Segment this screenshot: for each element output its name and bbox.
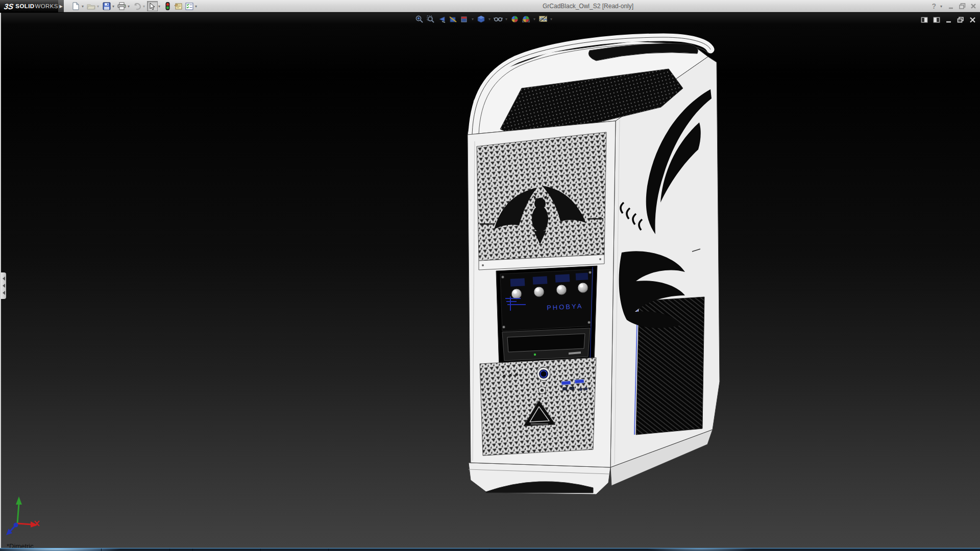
options-dropdown-caret[interactable]: ▾ [194, 4, 199, 9]
apply-scene-button[interactable] [521, 14, 531, 23]
traffic-light-icon [165, 2, 170, 10]
document-title: GrCadBlack_Owl_S2 [Read-only] [543, 3, 633, 10]
doc-minimize-icon[interactable] [945, 17, 952, 23]
undo-icon [133, 3, 141, 10]
doc-restore-icon[interactable] [957, 17, 964, 23]
rebuild-button[interactable] [162, 1, 173, 11]
collapse-arrow-icon [3, 291, 5, 295]
optical-drive [502, 328, 590, 361]
appearance-sphere-icon [510, 15, 519, 23]
model-3d-view[interactable]: PHOBYA [0, 13, 980, 551]
taskbar-separator [260, 548, 261, 551]
print-button[interactable] [116, 1, 127, 11]
edit-annotation-button[interactable] [173, 1, 184, 11]
checklist-icon [185, 3, 193, 10]
logo-works-text: WORKS [35, 3, 58, 9]
menu-flyout-arrow-icon[interactable]: ▶ [58, 0, 64, 12]
zoom-to-fit-icon [415, 15, 424, 23]
split-pane-left-icon[interactable] [921, 17, 928, 23]
new-document-button[interactable] [70, 1, 81, 11]
save-dropdown-caret[interactable]: ▾ [112, 4, 116, 9]
feature-panel-collapse-handle[interactable] [1, 272, 6, 299]
open-button[interactable] [86, 1, 96, 11]
previous-view-icon [437, 15, 446, 23]
select-cursor-icon [149, 3, 156, 10]
split-pane-right-icon[interactable] [933, 17, 940, 23]
undo-dropdown-caret[interactable]: ▾ [142, 4, 147, 9]
zoom-to-fit-button[interactable] [414, 14, 424, 23]
graphics-viewport[interactable]: PHOBYA [0, 13, 980, 551]
taskbar-separator [192, 548, 193, 551]
help-dropdown-caret[interactable]: ▾ [940, 4, 944, 9]
view-orientation-icon [460, 15, 469, 23]
display-style-icon [477, 15, 485, 23]
zoom-to-area-icon [426, 15, 435, 23]
previous-view-button[interactable] [437, 14, 447, 23]
view-orientation-caret[interactable]: ▾ [471, 17, 475, 21]
options-button[interactable] [184, 1, 194, 11]
help-button[interactable]: ? [932, 2, 936, 10]
print-dropdown-caret[interactable]: ▾ [127, 4, 132, 9]
open-icon [87, 3, 95, 10]
scene-sphere-icon [522, 15, 530, 23]
glasses-icon [494, 15, 503, 23]
ds-logo-icon: 3S [4, 2, 14, 11]
open-dropdown-caret[interactable]: ▾ [96, 4, 101, 9]
save-button[interactable] [101, 1, 112, 11]
section-view-button[interactable] [448, 14, 458, 23]
hide-show-items-button[interactable] [493, 14, 503, 23]
new-dropdown-caret[interactable]: ▾ [81, 4, 86, 9]
view-settings-icon [538, 15, 548, 23]
standard-toolbar: ▾ ▾ ▾ ▾ ▾ ▾ ▾ [70, 1, 199, 11]
save-icon [103, 2, 111, 10]
taskbar-separator [328, 548, 329, 551]
restore-button[interactable] [959, 3, 966, 10]
pc-case-model: PHOBYA [468, 37, 720, 494]
section-view-icon [449, 15, 457, 23]
print-icon [117, 2, 126, 10]
restore-icon [959, 3, 966, 10]
solidworks-logo[interactable]: 3S SOLIDWORKS [0, 0, 58, 12]
taskbar-separator [169, 548, 170, 551]
solidworks-window: 3S SOLIDWORKS ▶ ▾ ▾ ▾ ▾ ▾ ▾ [0, 0, 980, 551]
view-settings-caret[interactable]: ▾ [549, 17, 553, 21]
titlebar-right-controls: ? ▾ [932, 1, 977, 11]
undo-button[interactable] [132, 1, 142, 11]
hide-show-items-caret[interactable]: ▾ [504, 17, 508, 21]
view-orientation-button[interactable] [459, 14, 469, 23]
note-hand-icon [174, 2, 183, 10]
close-icon [970, 3, 977, 10]
zoom-to-area-button[interactable] [426, 14, 435, 23]
taskbar-separator [101, 548, 102, 551]
minimize-icon [948, 3, 955, 10]
collapse-arrow-icon [3, 277, 5, 281]
triad-axes [6, 496, 39, 535]
document-window-controls [921, 17, 976, 23]
collapse-arrow-icon [3, 284, 5, 288]
close-button[interactable] [970, 3, 977, 10]
select-dropdown-caret[interactable]: ▾ [158, 4, 162, 9]
edit-appearance-button[interactable] [510, 14, 520, 23]
reference-triad [0, 489, 48, 542]
display-style-button[interactable] [476, 14, 486, 23]
os-taskbar-edge[interactable] [0, 548, 980, 551]
view-settings-button[interactable] [538, 14, 548, 23]
headsup-view-toolbar: ▾ ▾ ▾ ▾ ▾ [414, 14, 553, 23]
display-style-caret[interactable]: ▾ [487, 17, 492, 21]
minimize-button[interactable] [948, 3, 955, 10]
taskbar-separator [489, 548, 489, 551]
titlebar: 3S SOLIDWORKS ▶ ▾ ▾ ▾ ▾ ▾ ▾ [0, 0, 980, 12]
logo-solid-text: SOLID [15, 3, 34, 9]
select-button[interactable] [147, 1, 158, 11]
apply-scene-caret[interactable]: ▾ [532, 17, 536, 21]
doc-close-icon[interactable] [969, 17, 976, 23]
new-document-icon [72, 2, 80, 10]
